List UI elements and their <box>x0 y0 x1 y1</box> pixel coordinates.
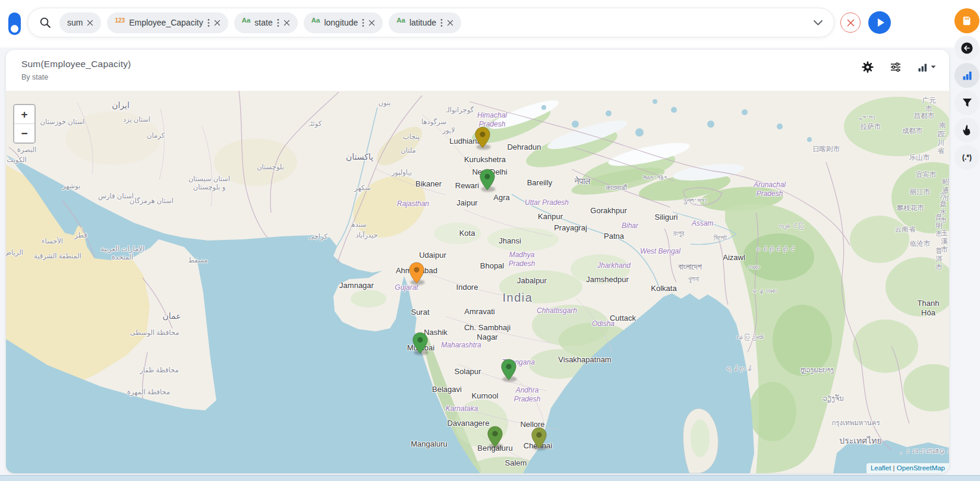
text-type-icon: Aa <box>311 17 320 24</box>
adjustments-button[interactable] <box>890 61 902 73</box>
token-label: sum <box>67 18 83 27</box>
token-menu-icon[interactable] <box>277 18 279 27</box>
chart-type-selector[interactable] <box>918 62 936 72</box>
location-pin-icon <box>487 426 503 448</box>
numeric-type-icon: 123 <box>115 17 125 24</box>
search-token-state[interactable]: Aa state <box>234 12 298 33</box>
back-button[interactable] <box>954 36 979 61</box>
remove-token-icon[interactable] <box>214 20 220 26</box>
app-logo[interactable] <box>8 12 21 35</box>
sliders-icon <box>890 61 902 73</box>
card-header: Sum(Employee_Capacity) By state <box>6 50 949 91</box>
search-token-list: sum 123 Employee_Capacity Aa state Aa <box>59 12 813 33</box>
search-token-latitude[interactable]: Aa latitude <box>389 12 461 33</box>
search-bar[interactable]: sum 123 Employee_Capacity Aa state Aa <box>27 8 834 37</box>
token-menu-icon[interactable] <box>440 18 443 27</box>
attribution-separator: | <box>891 464 896 471</box>
gear-icon <box>862 61 874 73</box>
openstreetmap-link[interactable]: OpenStreetMap <box>897 464 945 471</box>
close-icon <box>847 19 855 27</box>
location-pin-icon <box>475 126 491 148</box>
remove-token-icon[interactable] <box>283 20 290 26</box>
token-menu-icon[interactable] <box>207 18 210 27</box>
map-pin-ahmedabad[interactable] <box>409 262 425 284</box>
search-token-longitude[interactable]: Aa longitude <box>304 12 383 33</box>
map-pin-telangana[interactable] <box>501 359 517 381</box>
map-pin-mumbai[interactable] <box>412 332 428 354</box>
funnel-icon <box>962 97 973 108</box>
answer-subtitle: By state <box>21 73 949 81</box>
map-zoom-control: + − <box>13 104 36 144</box>
regex-search-button[interactable]: (.*) <box>954 145 979 170</box>
location-pin-icon <box>409 262 425 284</box>
token-label: latitude <box>409 18 436 27</box>
map-pin-bengaluru[interactable] <box>487 426 503 448</box>
hand-icon <box>962 124 973 137</box>
text-type-icon: Aa <box>396 17 405 24</box>
location-pin-icon <box>480 169 496 191</box>
run-search-button[interactable] <box>868 11 891 34</box>
map-pin-new-delhi[interactable] <box>480 169 496 191</box>
cancel-search-button[interactable] <box>840 12 861 33</box>
remove-token-icon[interactable] <box>447 20 453 26</box>
settings-button[interactable] <box>862 61 874 73</box>
play-icon <box>878 18 884 27</box>
search-icon <box>40 17 51 29</box>
zoom-out-button[interactable]: − <box>14 124 34 143</box>
chart-type-bars-icon <box>918 62 928 72</box>
caret-down-icon <box>931 65 936 69</box>
token-label: Employee_Capacity <box>129 18 203 27</box>
location-pin-icon <box>531 427 547 449</box>
token-menu-icon[interactable] <box>362 18 364 27</box>
bottom-bar <box>0 475 980 481</box>
filter-button[interactable] <box>954 90 979 115</box>
answer-card: Sum(Employee_Capacity) By state <box>6 50 949 473</box>
map-container[interactable]: LudhianaKurukshetraDehradunNew DelhiRewa… <box>6 91 949 473</box>
search-token-sum[interactable]: sum <box>59 12 101 33</box>
map-pin-ludhiana[interactable] <box>475 126 491 148</box>
data-source-button[interactable] <box>954 8 979 33</box>
leaflet-link[interactable]: Leaflet <box>871 464 891 471</box>
token-label: state <box>254 18 272 27</box>
top-bar: sum 123 Employee_Capacity Aa state Aa <box>0 0 980 48</box>
remove-token-icon[interactable] <box>87 20 93 26</box>
back-arrow-icon <box>960 42 973 55</box>
bar-chart-icon <box>962 70 973 81</box>
text-type-icon: Aa <box>242 17 251 24</box>
logo-knob <box>11 25 18 33</box>
regex-icon: (.*) <box>962 153 972 162</box>
zoom-in-button[interactable]: + <box>14 105 34 124</box>
search-token-employee-capacity[interactable]: 123 Employee_Capacity <box>107 12 228 33</box>
memory-card-icon <box>961 15 973 27</box>
pan-tool-button[interactable] <box>954 118 979 143</box>
map-pin-chennai[interactable] <box>531 427 547 449</box>
chart-view-button[interactable] <box>954 63 979 88</box>
map-attribution: Leaflet | OpenStreetMap <box>866 463 949 473</box>
remove-token-icon[interactable] <box>368 20 375 26</box>
token-label: longitude <box>324 18 358 27</box>
location-pin-icon <box>501 359 517 381</box>
location-pin-icon <box>412 332 428 354</box>
answer-title: Sum(Employee_Capacity) <box>21 59 949 69</box>
chevron-down-icon[interactable] <box>813 20 823 26</box>
